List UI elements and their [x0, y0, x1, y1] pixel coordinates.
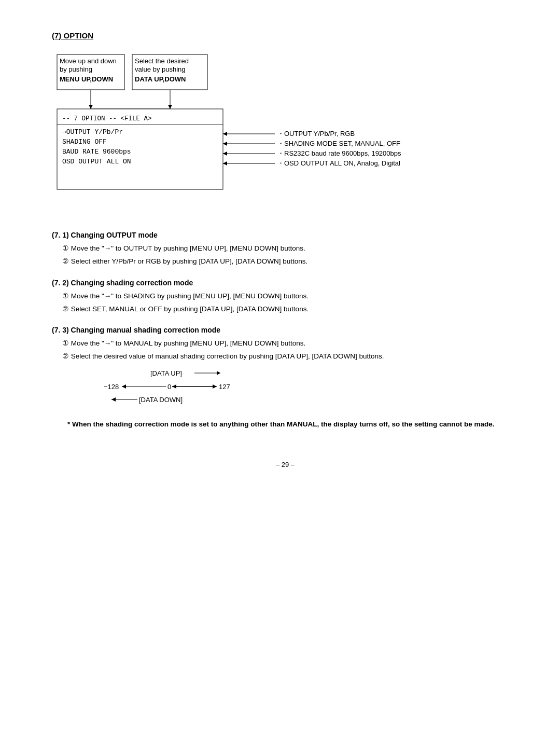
- subsection-7-3-item-1: ① Move the "→" to MANUAL by pushing [MEN…: [62, 338, 519, 349]
- svg-text:MENU UP,DOWN: MENU UP,DOWN: [60, 75, 113, 83]
- svg-text:BAUD RATE    9600bps: BAUD RATE 9600bps: [62, 148, 131, 156]
- item-text: ② Select either Y/Pb/Pr or RGB by pushin…: [62, 256, 307, 267]
- subsection-7-2: (7. 2) Changing shading correction mode …: [52, 279, 519, 315]
- subsection-7-3-title: (7. 3) Changing manual shading correctio…: [52, 326, 519, 334]
- subsection-7-3: (7. 3) Changing manual shading correctio…: [52, 326, 519, 407]
- svg-text:OSD OUTPUT   ALL ON: OSD OUTPUT ALL ON: [62, 158, 131, 165]
- item-text: ② Select the desired value of manual sha…: [62, 351, 384, 362]
- page-number: – 29 –: [52, 461, 519, 468]
- section-title: (7) OPTION: [52, 31, 519, 40]
- svg-marker-34: [217, 371, 220, 375]
- item-text: ① Move the "→" to SHADING by pushing [ME…: [62, 291, 309, 301]
- item-text: ① Move the "→" to OUTPUT by pushing [MEN…: [62, 243, 305, 254]
- item-text: ② Select SET, MANUAL or OFF by pushing […: [62, 304, 309, 314]
- svg-text:by pushing: by pushing: [60, 65, 92, 73]
- svg-text:value by pushing: value by pushing: [135, 65, 186, 73]
- range-diagram: [DATA UP] −128 0 127 [DATA DOWN]: [83, 367, 519, 407]
- svg-text:Move up and down: Move up and down: [60, 57, 117, 65]
- svg-text:→OUTPUT         Y/Pb/Pr: →OUTPUT Y/Pb/Pr: [62, 128, 123, 136]
- svg-text:・RS232C baud rate   9600bps, 1: ・RS232C baud rate 9600bps, 19200bps: [277, 149, 401, 157]
- svg-text:−128: −128: [104, 383, 119, 391]
- svg-marker-23: [223, 142, 227, 146]
- diagram-area: Move up and down by pushing MENU UP,DOWN…: [52, 49, 519, 215]
- subsection-7-2-item-2: ② Select SET, MANUAL or OFF by pushing […: [62, 304, 519, 314]
- svg-text:・SHADING MODE   SET, MANUAL, O: ・SHADING MODE SET, MANUAL, OFF: [277, 140, 400, 147]
- subsection-7-2-item-1: ① Move the "→" to SHADING by pushing [ME…: [62, 291, 519, 301]
- warning-text: * When the shading correction mode is se…: [67, 419, 519, 430]
- svg-marker-25: [223, 151, 227, 156]
- subsection-7-1-title: (7. 1) Changing OUTPUT mode: [52, 231, 519, 239]
- svg-text:DATA UP,DOWN: DATA UP,DOWN: [135, 75, 186, 83]
- svg-marker-37: [122, 384, 126, 389]
- svg-marker-9: [89, 105, 93, 109]
- svg-text:SHADING        OFF: SHADING OFF: [62, 138, 107, 146]
- svg-text:0: 0: [167, 383, 171, 391]
- subsection-7-2-title: (7. 2) Changing shading correction mode: [52, 279, 519, 287]
- subsection-7-1-item-2: ② Select either Y/Pb/Pr or RGB by pushin…: [62, 256, 519, 267]
- option-diagram: Move up and down by pushing MENU UP,DOWN…: [52, 49, 519, 215]
- svg-marker-21: [223, 132, 227, 136]
- svg-text:・OUTPUT   Y/Pb/Pr, RGB: ・OUTPUT Y/Pb/Pr, RGB: [277, 130, 355, 137]
- svg-text:127: 127: [219, 383, 230, 391]
- svg-marker-11: [168, 105, 172, 109]
- subsection-7-1-item-1: ① Move the "→" to OUTPUT by pushing [MEN…: [62, 243, 519, 254]
- svg-marker-42: [213, 384, 217, 389]
- item-text: ① Move the "→" to MANUAL by pushing [MEN…: [62, 338, 305, 349]
- svg-text:--  7  OPTION  --  <FILE A>: -- 7 OPTION -- <FILE A>: [62, 115, 152, 122]
- svg-marker-45: [111, 397, 116, 402]
- range-svg: [DATA UP] −128 0 127 [DATA DOWN]: [83, 367, 301, 404]
- svg-text:[DATA DOWN]: [DATA DOWN]: [139, 396, 183, 404]
- subsection-7-3-item-2: ② Select the desired value of manual sha…: [62, 351, 519, 362]
- svg-text:Select the desired: Select the desired: [135, 57, 189, 65]
- svg-marker-27: [223, 161, 227, 165]
- svg-text:・OSD OUTPUT   ALL ON, Analog, : ・OSD OUTPUT ALL ON, Analog, Digital: [277, 159, 400, 167]
- svg-text:[DATA UP]: [DATA UP]: [150, 369, 182, 377]
- subsection-7-1: (7. 1) Changing OUTPUT mode ① Move the "…: [52, 231, 519, 267]
